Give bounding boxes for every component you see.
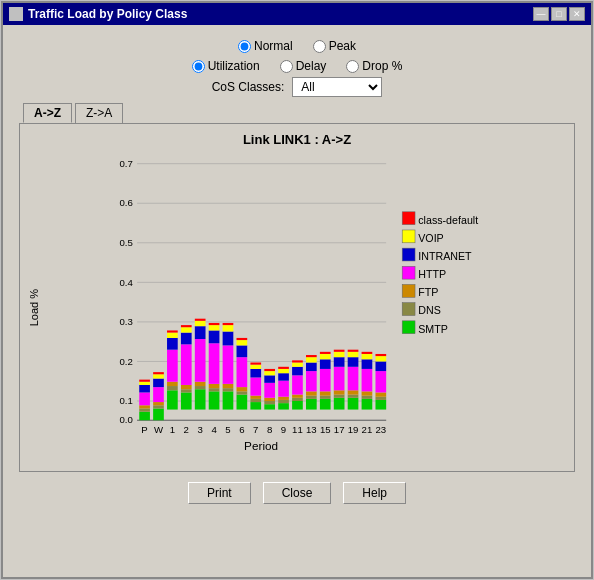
svg-rect-127 [320,352,331,354]
svg-text:2: 2 [184,424,189,435]
svg-rect-34 [167,386,178,390]
svg-rect-36 [167,350,178,382]
svg-rect-164 [402,230,415,243]
svg-rect-145 [362,399,373,410]
utilization-label: Utilization [208,59,260,73]
svg-rect-57 [209,391,220,409]
svg-rect-25 [153,408,164,420]
svg-rect-30 [153,374,164,378]
utilization-option[interactable]: Utilization [192,59,260,73]
svg-rect-170 [402,284,415,297]
help-button[interactable]: Help [343,482,406,504]
normal-option[interactable]: Normal [238,39,293,53]
close-window-button[interactable]: ✕ [569,7,585,21]
main-window: Traffic Load by Policy Class — □ ✕ Norma… [1,1,593,579]
svg-rect-42 [181,389,192,392]
svg-text:0.3: 0.3 [119,316,132,327]
svg-rect-21 [139,385,150,392]
delay-label: Delay [296,59,327,73]
print-button[interactable]: Print [188,482,251,504]
maximize-button[interactable]: □ [551,7,567,21]
chart-container: Load % 0.0 0. [28,153,566,463]
window-title: Traffic Load by Policy Class [28,7,187,21]
svg-rect-29 [153,379,164,388]
svg-rect-151 [362,352,373,354]
svg-rect-83 [250,396,261,399]
svg-text:13: 13 [306,424,317,435]
svg-rect-58 [209,388,220,391]
svg-rect-138 [348,395,359,398]
svg-rect-38 [167,333,178,338]
svg-rect-23 [139,380,150,382]
svg-rect-105 [292,401,303,410]
svg-rect-92 [264,383,275,398]
svg-text:0.1: 0.1 [119,395,132,406]
svg-rect-121 [320,399,331,410]
drop-radio[interactable] [346,60,359,73]
svg-rect-134 [334,352,345,357]
peak-option[interactable]: Peak [313,39,356,53]
svg-rect-119 [306,355,317,357]
minimize-button[interactable]: — [533,7,549,21]
svg-text:3: 3 [197,424,202,435]
svg-text:VOIP: VOIP [418,232,444,244]
view-mode-row: Normal Peak [15,39,579,53]
svg-text:0.5: 0.5 [119,237,132,248]
svg-text:4: 4 [211,424,217,435]
svg-rect-81 [250,402,261,409]
svg-rect-118 [306,357,317,362]
svg-text:0.6: 0.6 [119,197,132,208]
tab-a-to-z[interactable]: A->Z [23,103,72,123]
svg-rect-90 [264,401,275,404]
close-button[interactable]: Close [263,482,332,504]
svg-rect-35 [167,382,178,386]
svg-rect-51 [195,382,206,386]
svg-text:23: 23 [375,424,386,435]
delay-option[interactable]: Delay [280,59,327,73]
drop-option[interactable]: Drop % [346,59,402,73]
svg-rect-133 [334,357,345,367]
svg-rect-74 [237,391,248,394]
svg-rect-93 [264,375,275,382]
svg-rect-158 [375,356,386,361]
normal-radio[interactable] [238,40,251,53]
svg-text:0.7: 0.7 [119,158,132,169]
delay-radio[interactable] [280,60,293,73]
svg-rect-78 [237,340,248,345]
svg-rect-66 [223,388,234,391]
svg-rect-46 [181,327,192,332]
svg-rect-109 [292,367,303,376]
svg-rect-100 [278,381,289,397]
svg-rect-125 [320,359,331,369]
svg-rect-43 [181,385,192,389]
svg-rect-89 [264,404,275,409]
tab-z-to-a[interactable]: Z->A [75,103,123,123]
svg-rect-86 [250,365,261,369]
svg-rect-110 [292,363,303,367]
svg-rect-143 [348,350,359,352]
svg-rect-50 [195,386,206,389]
svg-text:0.0: 0.0 [119,414,132,425]
svg-rect-139 [348,390,359,394]
svg-rect-44 [181,344,192,385]
peak-radio[interactable] [313,40,326,53]
svg-rect-141 [348,357,359,367]
svg-rect-97 [278,403,289,409]
svg-rect-31 [153,372,164,374]
svg-rect-95 [264,369,275,371]
svg-rect-67 [223,384,234,388]
svg-rect-75 [237,387,248,391]
cos-select[interactable]: All [292,77,382,97]
svg-rect-157 [375,361,386,371]
svg-text:6: 6 [239,424,244,435]
chart-area: Link LINK1 : A->Z Load % [19,123,575,472]
svg-rect-107 [292,395,303,398]
svg-text:class-default: class-default [418,214,478,226]
svg-rect-123 [320,391,331,395]
svg-text:W: W [154,424,164,435]
svg-rect-103 [278,367,289,369]
svg-rect-20 [139,392,150,405]
utilization-radio[interactable] [192,60,205,73]
svg-text:1: 1 [170,424,175,435]
svg-text:0.2: 0.2 [119,356,132,367]
